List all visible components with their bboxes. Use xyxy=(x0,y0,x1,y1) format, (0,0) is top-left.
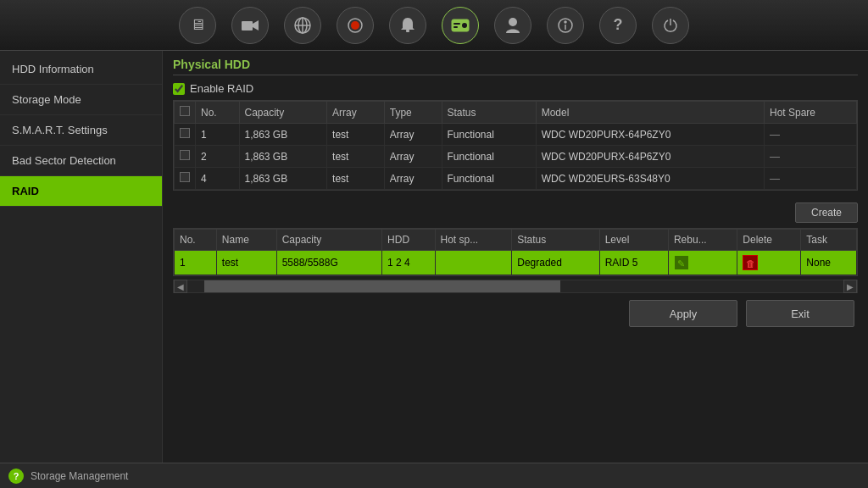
cell-hdd: 1 2 4 xyxy=(382,251,435,275)
cell-type: Array xyxy=(384,124,442,146)
svg-point-10 xyxy=(462,23,467,28)
power-icon[interactable] xyxy=(652,7,689,44)
svg-point-13 xyxy=(509,18,517,26)
info-icon[interactable] xyxy=(547,7,584,44)
alarm-icon[interactable] xyxy=(389,7,426,44)
statusbar-label: Storage Management xyxy=(31,470,128,482)
toolbar: 🖥 xyxy=(0,0,868,51)
sidebar-item-hdd-information[interactable]: HDD Information xyxy=(0,54,162,85)
cell-task: None xyxy=(801,251,857,275)
svg-rect-12 xyxy=(453,26,458,28)
monitor-icon[interactable]: 🖥 xyxy=(179,7,216,44)
svg-rect-8 xyxy=(406,30,409,32)
cell-array: test xyxy=(327,168,385,190)
svg-rect-0 xyxy=(242,21,253,30)
cell-capacity: 1,863 GB xyxy=(239,124,327,146)
col-header-array: Array xyxy=(327,102,385,124)
statusbar: ? Storage Management xyxy=(0,463,868,488)
cell-array: test xyxy=(327,124,385,146)
sidebar-item-storage-mode[interactable]: Storage Mode xyxy=(0,85,162,115)
cell-status: Functional xyxy=(442,146,536,168)
cell-no: 2 xyxy=(196,146,240,168)
cell-capacity: 1,863 GB xyxy=(239,168,327,190)
enable-raid-label: Enable RAID xyxy=(190,82,253,95)
col-header-type: Type xyxy=(384,102,442,124)
horizontal-scrollbar[interactable]: ◀ ▶ xyxy=(173,280,858,293)
section-title: Physical HDD xyxy=(173,58,858,75)
col2-header-level: Level xyxy=(599,230,668,251)
svg-marker-1 xyxy=(253,20,259,30)
col-header-capacity: Capacity xyxy=(239,102,327,124)
cell-model: WDC WD20PURX-64P6ZY0 xyxy=(536,124,764,146)
record-icon[interactable] xyxy=(337,7,374,44)
delete-icon[interactable]: 🗑 xyxy=(743,255,758,270)
scroll-left-arrow[interactable]: ◀ xyxy=(174,280,187,293)
cell-no: 1 xyxy=(196,124,240,146)
cell-capacity: 5588/5588G xyxy=(276,251,381,275)
sidebar-item-bad-sector-detection[interactable]: Bad Sector Detection xyxy=(0,146,162,176)
col2-header-no: No. xyxy=(175,230,217,251)
network-icon[interactable] xyxy=(284,7,321,44)
col-header-check xyxy=(175,102,196,124)
table-row[interactable]: 1 1,863 GB test Array Functional WDC WD2… xyxy=(175,124,857,146)
cell-check xyxy=(175,124,196,146)
svg-point-7 xyxy=(351,21,359,30)
col2-header-rebuild: Rebu... xyxy=(668,230,737,251)
enable-raid-checkbox[interactable] xyxy=(173,83,185,95)
col2-header-capacity: Capacity xyxy=(276,230,381,251)
physical-hdd-table-container: No. Capacity Array Type Status Model Hot… xyxy=(173,100,858,191)
camera-icon[interactable] xyxy=(231,7,269,44)
create-button[interactable]: Create xyxy=(795,202,858,223)
col-header-no: No. xyxy=(196,102,240,124)
table-row[interactable]: 4 1,863 GB test Array Functional WDC WD2… xyxy=(175,168,857,190)
row-checkbox[interactable] xyxy=(180,128,190,138)
cell-hotspare: — xyxy=(765,146,857,168)
col-header-status: Status xyxy=(442,102,536,124)
scroll-track[interactable] xyxy=(187,280,843,292)
content-panel: Physical HDD Enable RAID No. Capacity Ar… xyxy=(163,51,868,488)
hdd-icon[interactable] xyxy=(442,7,479,44)
sidebar-item-raid[interactable]: RAID xyxy=(0,176,162,207)
col2-header-hotsp: Hot sp... xyxy=(435,230,512,251)
cell-hotspare: — xyxy=(765,124,857,146)
cell-status: Degraded xyxy=(512,251,599,275)
scroll-right-arrow[interactable]: ▶ xyxy=(843,280,857,293)
enable-raid-row: Enable RAID xyxy=(173,82,858,95)
select-all-checkbox[interactable] xyxy=(180,106,190,116)
cell-array: test xyxy=(327,146,385,168)
user-icon[interactable] xyxy=(494,7,531,44)
main-area: HDD Information Storage Mode S.M.A.R.T. … xyxy=(0,51,868,488)
exit-button[interactable]: Exit xyxy=(746,300,854,327)
help-icon[interactable]: ? xyxy=(599,7,637,44)
create-button-row: Create xyxy=(173,202,858,223)
cell-capacity: 1,863 GB xyxy=(239,146,327,168)
raid-array-table-container: No. Name Capacity HDD Hot sp... Status L… xyxy=(173,228,858,276)
cell-hotspare: — xyxy=(765,168,857,190)
col2-header-task: Task xyxy=(801,230,857,251)
table-row[interactable]: 1 test 5588/5588G 1 2 4 Degraded RAID 5 … xyxy=(175,251,857,275)
cell-status: Functional xyxy=(442,124,536,146)
col2-header-status: Status xyxy=(512,230,599,251)
cell-no: 1 xyxy=(175,251,217,275)
col2-header-hdd: HDD xyxy=(382,230,435,251)
rebuild-icon[interactable]: ✎ xyxy=(674,255,689,270)
bottom-buttons-row: Apply Exit xyxy=(173,300,858,327)
scroll-thumb[interactable] xyxy=(204,280,560,292)
cell-type: Array xyxy=(384,168,442,190)
cell-rebuild: ✎ xyxy=(668,251,737,275)
status-icon: ? xyxy=(8,469,24,484)
cell-type: Array xyxy=(384,146,442,168)
svg-point-16 xyxy=(565,21,566,23)
table-row[interactable]: 2 1,863 GB test Array Functional WDC WD2… xyxy=(175,146,857,168)
col-header-hotspare: Hot Spare xyxy=(765,102,857,124)
cell-name: test xyxy=(216,251,276,275)
physical-hdd-table: No. Capacity Array Type Status Model Hot… xyxy=(174,101,857,190)
cell-model: WDC WD20PURX-64P6ZY0 xyxy=(536,146,764,168)
sidebar-item-smart-settings[interactable]: S.M.A.R.T. Settings xyxy=(0,115,162,146)
cell-check xyxy=(175,168,196,190)
raid-array-table: No. Name Capacity HDD Hot sp... Status L… xyxy=(174,229,857,275)
apply-button[interactable]: Apply xyxy=(629,300,737,327)
col-header-model: Model xyxy=(536,102,764,124)
row-checkbox[interactable] xyxy=(180,150,190,160)
row-checkbox[interactable] xyxy=(180,172,190,182)
